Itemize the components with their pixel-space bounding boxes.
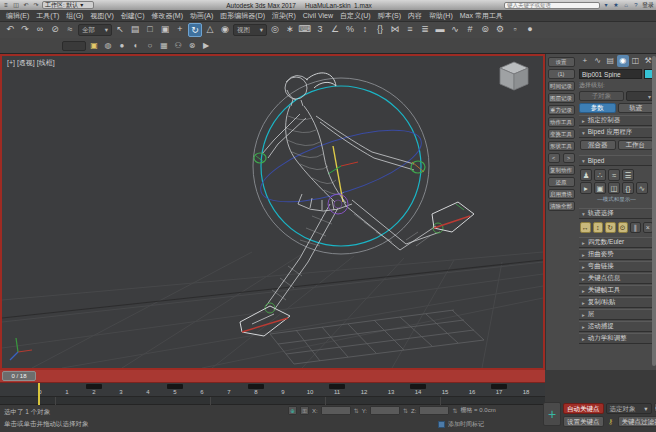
figure-mode-icon[interactable]: ♟ bbox=[580, 169, 592, 181]
keyframe-marker-17[interactable] bbox=[491, 384, 507, 389]
command-panel-scrollbar[interactable] bbox=[652, 56, 656, 366]
hierarchy-tab-icon[interactable]: ▤ bbox=[604, 55, 616, 67]
mcloth-icon[interactable]: ▦ bbox=[158, 40, 170, 52]
rollout-biped-apps[interactable]: ▾ Biped 应用程序 bbox=[579, 127, 654, 138]
named-sets-icon[interactable]: {} bbox=[373, 23, 387, 37]
key-filters-button[interactable]: 关键点过滤器... bbox=[618, 416, 656, 427]
home-icon[interactable]: ⌂ bbox=[622, 1, 630, 9]
selection-filter-dropdown[interactable]: 全部▾ bbox=[78, 24, 112, 36]
material-editor-icon[interactable]: ⊚ bbox=[478, 23, 492, 37]
set-keys-button[interactable]: + bbox=[543, 402, 561, 426]
rigidbody-kinematic-icon[interactable]: ◐ bbox=[130, 40, 142, 52]
menu-item-14[interactable]: Max 常用工具 bbox=[460, 11, 503, 21]
spinner-snap-icon[interactable]: ↕ bbox=[358, 23, 372, 37]
workbench-button[interactable]: 工作台 bbox=[618, 140, 654, 150]
z-spinner[interactable]: ⇅ bbox=[452, 407, 457, 414]
keyframe-marker-5[interactable] bbox=[167, 384, 183, 389]
snap-3d-icon[interactable]: 3 bbox=[313, 23, 327, 37]
add-time-tag[interactable]: 添加时间标记 bbox=[438, 420, 484, 429]
viewport-canvas[interactable] bbox=[2, 56, 543, 368]
mixer-button[interactable]: 混合器 bbox=[580, 140, 616, 150]
ribbon-toggle-icon[interactable]: ▬ bbox=[433, 23, 447, 37]
simulate-icon[interactable]: ▶ bbox=[200, 40, 212, 52]
select-link-icon[interactable]: ∞ bbox=[33, 23, 47, 37]
menu-item-11[interactable]: 脚本(S) bbox=[378, 11, 401, 21]
schematic-view-icon[interactable]: # bbox=[463, 23, 477, 37]
keyframe-marker-14[interactable] bbox=[410, 384, 426, 389]
select-object-icon[interactable]: ↖ bbox=[113, 23, 127, 37]
gizmo-x-axis[interactable] bbox=[341, 162, 358, 166]
search-input[interactable] bbox=[504, 2, 600, 9]
mirror-icon[interactable]: ⋈ bbox=[388, 23, 402, 37]
world-icon[interactable]: ◍ bbox=[102, 40, 114, 52]
character-head[interactable] bbox=[285, 77, 307, 99]
display-tab-icon[interactable]: ◫ bbox=[630, 55, 642, 67]
rollout-collapsed-0[interactable]: ▸四元数/Euler bbox=[579, 237, 654, 248]
body-vertical-icon[interactable]: ↕ bbox=[593, 222, 604, 233]
symmetrical-icon[interactable]: ∥ bbox=[630, 222, 641, 233]
track-bar[interactable]: 0123456789101112131415161718 bbox=[0, 383, 545, 397]
rollout-collapsed-1[interactable]: ▸扭曲姿势 bbox=[579, 249, 654, 260]
open-file-icon[interactable]: ▣ bbox=[594, 182, 606, 194]
menu-item-2[interactable]: 组(G) bbox=[66, 11, 83, 21]
app-menu-icon[interactable]: ≡ bbox=[2, 1, 10, 9]
motion-flow-mode-icon[interactable]: ≈ bbox=[608, 169, 620, 181]
angle-snap-icon[interactable]: ∠ bbox=[328, 23, 342, 37]
rollout-collapsed-2[interactable]: ▸弯曲链接 bbox=[579, 261, 654, 272]
search-dropdown-icon[interactable]: ▾ bbox=[602, 1, 610, 9]
frame-window-icon[interactable]: ▫ bbox=[508, 23, 522, 37]
gizmo-z-axis[interactable] bbox=[328, 166, 341, 174]
menu-item-4[interactable]: 创建(C) bbox=[121, 11, 145, 21]
undo-arrow-icon[interactable]: ↶ bbox=[22, 1, 30, 9]
rect-region-icon[interactable]: □ bbox=[143, 23, 157, 37]
rollout-collapsed-3[interactable]: ▸关键点信息 bbox=[579, 273, 654, 284]
strip-button-11[interactable]: 还原 bbox=[548, 177, 575, 187]
render-icon[interactable]: ● bbox=[523, 23, 537, 37]
sign-in-button[interactable]: 登录 bbox=[642, 1, 654, 10]
redo-icon[interactable]: ↷ bbox=[18, 23, 32, 37]
y-spinner[interactable]: ⇅ bbox=[403, 407, 408, 414]
set-key-button[interactable]: 设置关键点 bbox=[563, 416, 604, 427]
move-all-mode-icon[interactable]: ▸ bbox=[580, 182, 592, 194]
modes-display-separator[interactable]: —模式和显示— bbox=[580, 196, 653, 203]
strip-button-5[interactable]: 动作工具 bbox=[548, 117, 575, 127]
paste-posture-icon[interactable]: ∿ bbox=[636, 182, 648, 194]
strip-button-0[interactable]: 设置 bbox=[548, 57, 575, 67]
select-move-icon[interactable]: + bbox=[173, 23, 187, 37]
rotate-gizmo[interactable] bbox=[253, 78, 429, 254]
keyframe-marker-2[interactable] bbox=[86, 384, 102, 389]
rigidbody-dynamic-icon[interactable]: ● bbox=[116, 40, 128, 52]
create-tab-icon[interactable]: + bbox=[579, 55, 591, 67]
keyframe-marker-8[interactable] bbox=[248, 384, 264, 389]
strip-button-4[interactable]: 重力记录 bbox=[548, 105, 575, 115]
refcoord-dropdown[interactable]: 视图▾ bbox=[233, 24, 267, 36]
redo-arrow-icon[interactable]: ↷ bbox=[32, 1, 40, 9]
use-pivot-center-icon[interactable]: ◎ bbox=[268, 23, 282, 37]
mixed-mode-icon[interactable]: ☰ bbox=[622, 169, 634, 181]
select-place-icon[interactable]: ◉ bbox=[218, 23, 232, 37]
body-rotation-icon[interactable]: ↻ bbox=[605, 222, 616, 233]
percent-snap-icon[interactable]: % bbox=[343, 23, 357, 37]
motion-tab-icon[interactable]: ◉ bbox=[617, 55, 629, 67]
x-spinner[interactable]: ⇅ bbox=[354, 407, 359, 414]
z-coordinate-field[interactable] bbox=[419, 406, 449, 415]
auto-key-button[interactable]: 自动关键点 bbox=[563, 403, 604, 414]
constraint-icon[interactable]: ⊗ bbox=[186, 40, 198, 52]
save-file-icon[interactable]: ◫ bbox=[12, 1, 20, 9]
menu-item-8[interactable]: 渲染(R) bbox=[272, 11, 296, 21]
workspace-dropdown[interactable]: 工作区: 默认 ▾ bbox=[42, 1, 94, 9]
lock-com-keying-icon[interactable]: ⊙ bbox=[618, 222, 629, 233]
align-icon[interactable]: ≡ bbox=[403, 23, 417, 37]
perspective-viewport[interactable]: [+] [透视] [线框] bbox=[0, 54, 545, 370]
isolate-selection-icon[interactable]: ⊕ bbox=[288, 406, 297, 415]
strip-button-8[interactable]: < bbox=[548, 153, 560, 163]
time-slider[interactable]: 0 / 18 bbox=[0, 370, 545, 383]
viewport-label[interactable]: [+] [透视] [线框] bbox=[7, 58, 55, 68]
select-rotate-icon[interactable]: ↻ bbox=[188, 23, 202, 37]
strip-button-1[interactable]: (1) bbox=[548, 69, 575, 79]
keyframe-marker-11[interactable] bbox=[329, 384, 345, 389]
bind-spacewarp-icon[interactable]: ≈ bbox=[63, 23, 77, 37]
menu-item-10[interactable]: 自定义(U) bbox=[340, 11, 371, 21]
footstep-mode-icon[interactable]: ∴ bbox=[594, 169, 606, 181]
rollout-collapsed-7[interactable]: ▸运动捕捉 bbox=[579, 321, 654, 332]
